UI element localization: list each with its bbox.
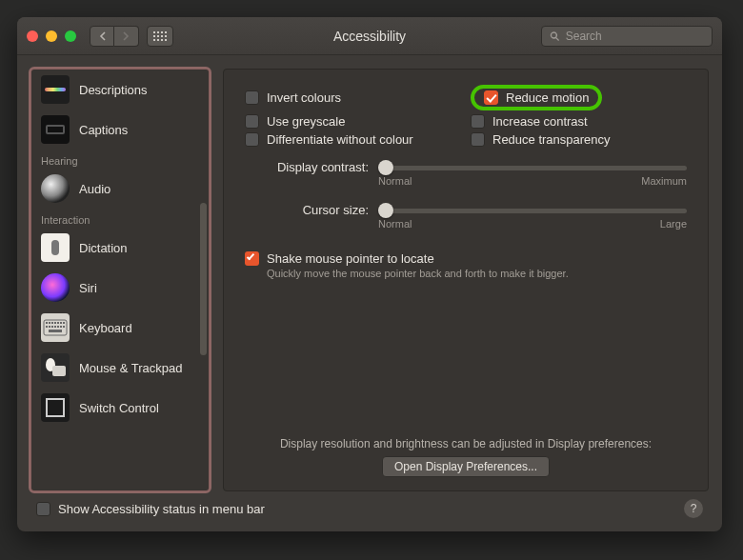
display-contrast-slider[interactable]: Normal Maximum xyxy=(378,164,687,170)
sidebar-item-label: Siri xyxy=(79,281,97,295)
switch-control-icon xyxy=(41,393,70,422)
sidebar-item-dictation[interactable]: Dictation xyxy=(31,228,209,268)
sidebar-item-label: Descriptions xyxy=(79,83,148,97)
captions-icon xyxy=(41,115,70,144)
search-input[interactable] xyxy=(566,30,704,43)
sidebar-item-audio[interactable]: Audio xyxy=(31,169,209,209)
display-contrast-label: Display contrast: xyxy=(245,160,378,174)
sidebar-item-label: Audio xyxy=(79,182,110,196)
sidebar: Descriptions Captions Hearing Audio Inte… xyxy=(30,69,210,491)
svg-rect-7 xyxy=(63,322,65,324)
cursor-size-label: Cursor size: xyxy=(245,203,378,217)
forward-button[interactable] xyxy=(114,26,139,47)
window-controls xyxy=(27,30,76,42)
body: Descriptions Captions Hearing Audio Inte… xyxy=(17,55,722,531)
checkbox-invert-colours[interactable]: Invert colours xyxy=(245,85,461,110)
maximize-button[interactable] xyxy=(65,30,76,42)
svg-rect-4 xyxy=(54,322,56,324)
sidebar-item-siri[interactable]: Siri xyxy=(31,268,209,308)
titlebar: Accessibility xyxy=(17,17,722,55)
checkbox-use-greyscale[interactable]: Use greyscale xyxy=(245,114,461,129)
search-icon xyxy=(550,30,560,42)
sidebar-item-label: Dictation xyxy=(79,241,128,255)
checkbox-differentiate-without-colour[interactable]: Differentiate without colour xyxy=(245,132,461,147)
back-button[interactable] xyxy=(90,26,114,47)
slider-min-label: Normal xyxy=(378,175,412,187)
content-panel: Invert colours Reduce motion Use greysca… xyxy=(223,69,709,491)
sidebar-item-label: Keyboard xyxy=(79,321,132,335)
svg-rect-6 xyxy=(60,322,62,324)
sidebar-item-descriptions[interactable]: Descriptions xyxy=(31,70,209,110)
checkbox-icon xyxy=(245,114,259,129)
keyboard-icon xyxy=(41,313,70,342)
slider-max-label: Maximum xyxy=(641,175,687,187)
audio-icon xyxy=(41,174,70,203)
svg-rect-2 xyxy=(49,322,50,324)
descriptions-icon xyxy=(41,75,70,104)
open-display-preferences-button[interactable]: Open Display Preferences... xyxy=(382,456,550,477)
svg-rect-14 xyxy=(63,326,65,328)
checkbox-shake-mouse[interactable] xyxy=(245,251,259,266)
shake-mouse-label: Shake mouse pointer to locate xyxy=(267,251,569,266)
show-all-button[interactable] xyxy=(147,26,173,47)
sidebar-scrollbar[interactable] xyxy=(200,203,207,355)
svg-rect-17 xyxy=(52,366,66,376)
search-field[interactable] xyxy=(541,26,713,47)
chevron-right-icon xyxy=(123,31,130,41)
svg-rect-11 xyxy=(54,326,56,328)
sidebar-item-mouse-trackpad[interactable]: Mouse & Trackpad xyxy=(31,348,209,388)
svg-rect-15 xyxy=(49,330,62,332)
svg-rect-9 xyxy=(49,326,50,328)
slider-min-label: Normal xyxy=(378,218,412,230)
shake-mouse-hint: Quickly move the mouse pointer back and … xyxy=(267,268,569,279)
checkbox-icon xyxy=(471,114,485,129)
svg-rect-13 xyxy=(60,326,62,328)
sidebar-item-keyboard[interactable]: Keyboard xyxy=(31,308,209,348)
svg-rect-5 xyxy=(57,322,59,324)
grid-icon xyxy=(153,31,167,41)
sidebar-category-hearing: Hearing xyxy=(31,150,209,169)
chevron-left-icon xyxy=(99,31,106,41)
display-prefs-note: Display resolution and brightness can be… xyxy=(245,437,687,450)
checkbox-icon xyxy=(471,132,485,147)
minimize-button[interactable] xyxy=(46,30,57,42)
svg-rect-3 xyxy=(51,322,53,324)
slider-max-label: Large xyxy=(660,218,687,230)
close-button[interactable] xyxy=(27,30,38,42)
accessibility-window: Accessibility Descriptions Captions xyxy=(17,17,722,531)
sidebar-item-switch-control[interactable]: Switch Control xyxy=(31,388,209,428)
svg-rect-12 xyxy=(57,326,59,328)
checkbox-reduce-transparency[interactable]: Reduce transparency xyxy=(471,132,687,147)
sidebar-item-label: Captions xyxy=(79,123,128,137)
sidebar-category-interaction: Interaction xyxy=(31,209,209,228)
sidebar-item-label: Switch Control xyxy=(79,401,159,415)
checkbox-show-status-menu-bar[interactable]: Show Accessibility status in menu bar xyxy=(36,502,265,516)
svg-rect-8 xyxy=(46,326,48,328)
cursor-size-slider[interactable]: Normal Large xyxy=(378,207,687,213)
siri-icon xyxy=(41,273,70,302)
reduce-motion-highlight: Reduce motion xyxy=(471,85,602,110)
help-button[interactable]: ? xyxy=(684,499,703,518)
sidebar-item-label: Mouse & Trackpad xyxy=(79,361,182,375)
mouse-trackpad-icon xyxy=(41,353,70,382)
checkbox-increase-contrast[interactable]: Increase contrast xyxy=(471,114,687,129)
checkbox-icon xyxy=(484,90,498,105)
checkbox-icon xyxy=(245,132,259,147)
checkbox-icon xyxy=(245,90,259,105)
svg-rect-1 xyxy=(46,322,48,324)
sidebar-item-captions[interactable]: Captions xyxy=(31,110,209,150)
checkbox-reduce-motion[interactable]: Reduce motion xyxy=(484,90,589,105)
checkbox-icon xyxy=(36,502,50,516)
svg-rect-10 xyxy=(51,326,53,328)
dictation-icon xyxy=(41,233,70,262)
